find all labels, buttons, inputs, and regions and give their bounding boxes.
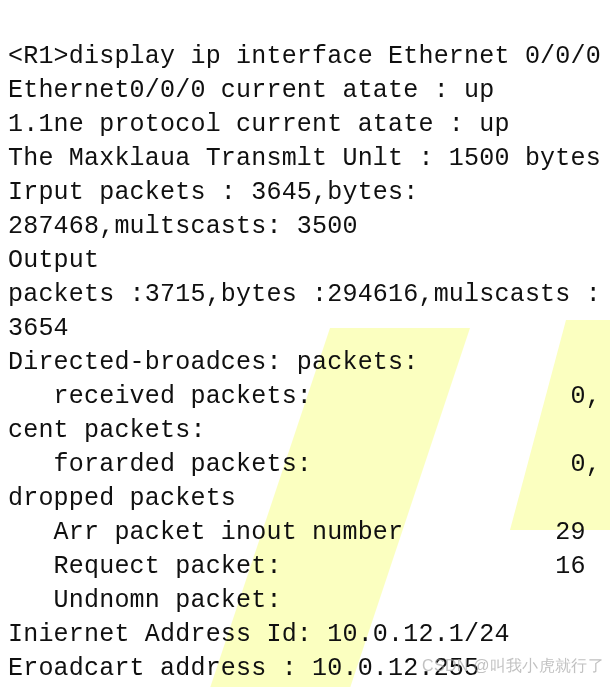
cli-line: <R1>display ip interface Ethernet 0/0/0	[8, 42, 601, 71]
cli-line: Eroadcart address : 10.0.12.255	[8, 654, 479, 683]
cli-line: dropped packets	[8, 484, 236, 513]
cli-line: Ethernet0/0/0 current atate : up	[8, 76, 494, 105]
cli-line: cent packets:	[8, 416, 206, 445]
cli-line: 287468,multscasts: 3500	[8, 212, 358, 241]
watermark-text: CSDN @叫我小虎就行了	[422, 656, 604, 677]
cli-line: received packets: 0,	[8, 382, 601, 411]
cli-line: forarded packets: 0,	[8, 450, 601, 479]
cli-line: The Maxklaua Transmlt Unlt : 1500 bytes	[8, 144, 601, 173]
cli-line: Output	[8, 246, 99, 275]
cli-line: Undnomn packet:	[8, 586, 282, 615]
terminal-output: <R1>display ip interface Ethernet 0/0/0 …	[0, 0, 610, 687]
cli-line: Iniernet Address Id: 10.0.12.1/24	[8, 620, 510, 649]
cli-line: 1.1ne protocol current atate : up	[8, 110, 510, 139]
cli-line: Irput packets : 3645,bytes:	[8, 178, 418, 207]
cli-line: Directed-broadces: packets:	[8, 348, 418, 377]
cli-line: Arr packet inout number 29	[8, 518, 586, 547]
cli-line: packets :3715,bytes :294616,mulscasts :	[8, 280, 601, 309]
cli-line: 3654	[8, 314, 69, 343]
cli-line: Requect packet: 16	[8, 552, 586, 581]
